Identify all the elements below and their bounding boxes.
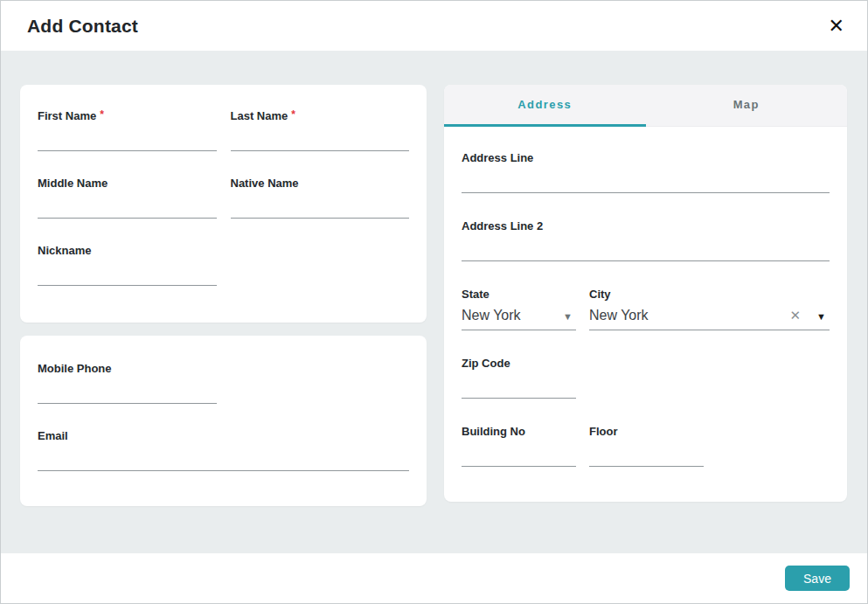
left-column: First Name* Last Name* Middle Name Nativ… bbox=[20, 85, 427, 553]
name-fields-card: First Name* Last Name* Middle Name Nativ… bbox=[20, 85, 427, 323]
clear-icon[interactable]: ✕ bbox=[787, 309, 805, 330]
required-asterisk: * bbox=[291, 108, 295, 121]
mobile-phone-input[interactable] bbox=[38, 375, 217, 404]
building-no-input[interactable] bbox=[462, 438, 576, 467]
field-address-line-2: Address Line 2 bbox=[462, 219, 830, 261]
contact-fields-card: Mobile Phone Email bbox=[20, 336, 427, 506]
field-address-line: Address Line bbox=[462, 151, 830, 193]
middle-name-label: Middle Name bbox=[38, 177, 217, 190]
address-line-label: Address Line bbox=[462, 151, 830, 164]
city-input[interactable] bbox=[589, 301, 787, 330]
tab-address[interactable]: Address bbox=[444, 85, 646, 127]
zip-code-label: Zip Code bbox=[462, 357, 576, 370]
last-name-label: Last Name* bbox=[231, 108, 410, 122]
first-name-label: First Name* bbox=[38, 108, 217, 122]
dialog-footer: Save bbox=[1, 553, 867, 603]
dialog-header: Add Contact ✕ bbox=[1, 1, 867, 51]
zip-code-input[interactable] bbox=[462, 370, 576, 399]
field-first-name: First Name* bbox=[38, 108, 217, 151]
native-name-input[interactable] bbox=[231, 190, 410, 219]
field-email: Email bbox=[38, 429, 409, 471]
email-label: Email bbox=[38, 429, 409, 442]
chevron-down-icon[interactable]: ▼ bbox=[559, 312, 576, 330]
tab-map-label: Map bbox=[733, 98, 760, 111]
dialog-content: First Name* Last Name* Middle Name Nativ… bbox=[1, 51, 867, 553]
mobile-phone-label: Mobile Phone bbox=[38, 362, 217, 375]
close-icon[interactable]: ✕ bbox=[825, 15, 848, 38]
middle-name-input[interactable] bbox=[38, 190, 217, 219]
tab-map[interactable]: Map bbox=[646, 85, 848, 127]
field-last-name: Last Name* bbox=[231, 108, 410, 151]
address-card: Address Map Address Line Address Line 2 bbox=[444, 85, 847, 502]
last-name-input[interactable] bbox=[231, 122, 410, 151]
add-contact-dialog: Add Contact ✕ First Name* Last Name* Mid… bbox=[0, 0, 868, 604]
field-city: City ✕ ▼ bbox=[589, 288, 830, 330]
address-line-input[interactable] bbox=[462, 164, 830, 193]
state-select[interactable]: ▼ bbox=[462, 301, 576, 330]
city-label: City bbox=[589, 288, 830, 301]
nickname-label: Nickname bbox=[38, 244, 217, 257]
field-state: State ▼ bbox=[462, 288, 576, 330]
first-name-input[interactable] bbox=[38, 122, 217, 151]
state-label: State bbox=[462, 288, 576, 301]
field-floor: Floor bbox=[589, 425, 704, 467]
address-tab-panel: Address Line Address Line 2 State ▼ bbox=[444, 127, 847, 502]
building-no-label: Building No bbox=[462, 425, 576, 438]
chevron-down-icon[interactable]: ▼ bbox=[813, 312, 830, 330]
address-line-2-input[interactable] bbox=[462, 233, 830, 261]
field-building-no: Building No bbox=[462, 425, 576, 467]
tab-bar: Address Map bbox=[444, 85, 847, 127]
save-button[interactable]: Save bbox=[785, 566, 850, 591]
dialog-title: Add Contact bbox=[27, 16, 138, 37]
address-line-2-label: Address Line 2 bbox=[462, 219, 830, 233]
required-asterisk: * bbox=[100, 108, 104, 121]
field-native-name: Native Name bbox=[231, 177, 410, 219]
right-column: Address Map Address Line Address Line 2 bbox=[444, 85, 847, 553]
field-zip-code: Zip Code bbox=[462, 357, 576, 399]
last-name-label-text: Last Name bbox=[231, 109, 288, 122]
state-input[interactable] bbox=[462, 301, 559, 330]
city-select[interactable]: ✕ ▼ bbox=[589, 301, 830, 330]
native-name-label: Native Name bbox=[231, 177, 410, 190]
tab-address-label: Address bbox=[517, 98, 572, 111]
floor-input[interactable] bbox=[589, 438, 704, 467]
field-middle-name: Middle Name bbox=[38, 177, 217, 219]
floor-label: Floor bbox=[589, 425, 704, 438]
first-name-label-text: First Name bbox=[38, 109, 96, 122]
email-input[interactable] bbox=[38, 442, 409, 471]
field-mobile-phone: Mobile Phone bbox=[38, 362, 217, 404]
field-nickname: Nickname bbox=[38, 244, 217, 286]
nickname-input[interactable] bbox=[38, 257, 217, 286]
